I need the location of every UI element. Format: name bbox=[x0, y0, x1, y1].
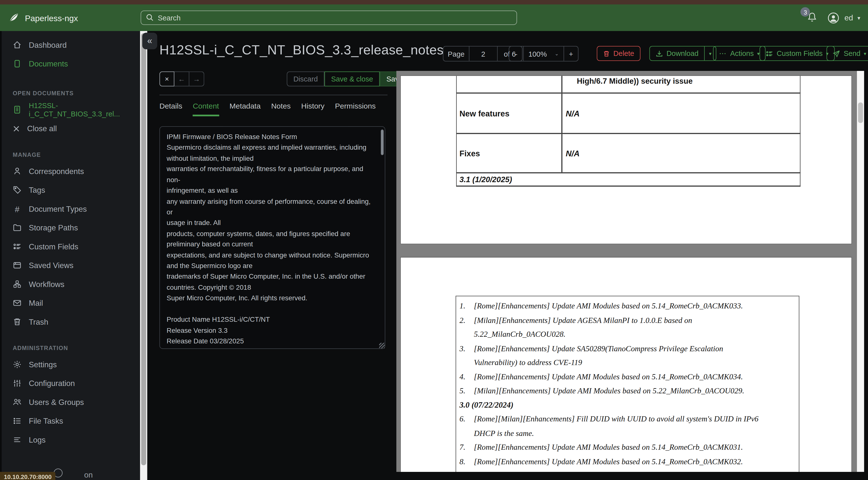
list-item: 7. [Rome][Enhancements] Update AMI Modul… bbox=[460, 440, 795, 454]
person-icon bbox=[13, 167, 22, 176]
sidebar-item-logs[interactable]: Logs bbox=[2, 430, 140, 449]
discard-button[interactable]: Discard bbox=[287, 71, 324, 86]
user-menu[interactable]: ed ▾ bbox=[827, 11, 860, 24]
custom-fields-label: Custom Fields bbox=[777, 49, 823, 58]
zoom-out-button[interactable]: - bbox=[509, 47, 523, 61]
zoom-in-button[interactable]: + bbox=[564, 47, 578, 61]
caret-down-icon: ▾ bbox=[709, 51, 712, 56]
list-item: 9. [Rome][Milan][Enhancements] For UsbBu… bbox=[460, 469, 795, 472]
trash-icon bbox=[13, 317, 22, 326]
list-item-text: [Milan][Enhancements] Update AMI Modules… bbox=[474, 384, 795, 398]
pdf-scrollbar-thumb[interactable] bbox=[858, 102, 863, 123]
tab-history[interactable]: History bbox=[301, 102, 324, 116]
sidebar-item-label: Mail bbox=[29, 299, 43, 307]
sidebar-item-documents[interactable]: Documents bbox=[2, 54, 140, 73]
sidebar-item-saved-views[interactable]: Saved Views bbox=[2, 256, 140, 275]
save-and-close-button[interactable]: Save & close bbox=[324, 71, 380, 86]
sidebar-item-configuration[interactable]: Configuration bbox=[2, 374, 140, 393]
list-item: 6. [Rome][Milan][Enhancements] Fill DUID… bbox=[460, 412, 795, 440]
list-item-text: [Rome][Milan][Enhancements] Fill DUID wi… bbox=[474, 412, 795, 426]
table-row: New features N/A bbox=[456, 93, 801, 134]
pdf-scrollbar[interactable] bbox=[857, 71, 864, 472]
send-icon bbox=[833, 50, 840, 57]
username: ed bbox=[844, 13, 853, 22]
sidebar-close-all[interactable]: Close all bbox=[2, 119, 140, 138]
browser-top-strip bbox=[0, 0, 868, 4]
zoom-control: - 100% ⌄ + bbox=[509, 46, 579, 62]
tab-metadata[interactable]: Metadata bbox=[229, 102, 261, 116]
sidebar-item-storage-paths[interactable]: Storage Paths bbox=[2, 218, 140, 237]
previous-document-button[interactable]: ← bbox=[175, 71, 189, 86]
table-row: Fixes N/A bbox=[456, 134, 801, 174]
close-icon bbox=[13, 125, 20, 132]
send-button[interactable]: Send ▾ bbox=[827, 46, 868, 61]
open-documents-header: OPEN DOCUMENTS bbox=[2, 90, 140, 96]
page-number-input[interactable]: 2 bbox=[469, 47, 497, 61]
sidebar-collapse-button[interactable]: « bbox=[142, 33, 157, 50]
documents-icon bbox=[13, 59, 22, 68]
tab-notes[interactable]: Notes bbox=[271, 102, 290, 116]
home-icon bbox=[13, 40, 22, 49]
notifications-button[interactable]: 3 bbox=[806, 10, 819, 25]
list-item-number: 4. bbox=[460, 370, 474, 384]
list-item-number: 8. bbox=[460, 454, 474, 469]
textarea-resize-grip[interactable] bbox=[379, 343, 385, 349]
sidebar-item-custom-fields[interactable]: Custom Fields bbox=[2, 237, 140, 256]
sidebar-item-tags[interactable]: Tags bbox=[2, 181, 140, 200]
sidebar-item-correspondents[interactable]: Correspondents bbox=[2, 162, 140, 181]
sidebar-item-label: Dashboard bbox=[29, 40, 67, 49]
document-nav-group: × ← → bbox=[159, 71, 204, 86]
list-item-text: Vulnerability) to address CVE-119 bbox=[474, 356, 795, 370]
close-document-button[interactable]: × bbox=[159, 71, 175, 86]
tab-permissions[interactable]: Permissions bbox=[335, 102, 376, 116]
task-list-icon bbox=[13, 417, 22, 425]
zoom-level-select[interactable]: 100% ⌄ bbox=[523, 47, 563, 61]
hash-icon: # bbox=[13, 204, 22, 213]
file-text-icon bbox=[13, 106, 22, 114]
next-document-button[interactable]: → bbox=[189, 71, 205, 86]
sidebar-item-users-groups[interactable]: Users & Groups bbox=[2, 393, 140, 412]
sidebar: Dashboard Documents OPEN DOCUMENTS H12SS… bbox=[0, 31, 140, 480]
tab-content[interactable]: Content bbox=[193, 102, 219, 116]
download-button[interactable]: Download ▾ bbox=[649, 46, 716, 61]
sliders-icon bbox=[13, 379, 22, 388]
sidebar-item-label: Storage Paths bbox=[29, 223, 78, 232]
list-item-number: 9. bbox=[460, 469, 474, 472]
chevron-down-icon: ▾ bbox=[858, 15, 860, 21]
trash-icon bbox=[603, 50, 610, 57]
list-item-text: [Rome][Enhancements] Update AMI Modules … bbox=[474, 370, 795, 384]
delete-button[interactable]: Delete bbox=[597, 46, 641, 61]
sidebar-item-document-types[interactable]: # Document Types bbox=[2, 200, 140, 218]
sidebar-open-document[interactable]: H12SSL-i_C_CT_NT_BIOS_3.3_rel... bbox=[2, 100, 140, 119]
sidebar-item-file-tasks[interactable]: File Tasks bbox=[2, 412, 140, 430]
manage-header: MANAGE bbox=[2, 151, 140, 158]
sidebar-item-label: Correspondents bbox=[29, 167, 84, 176]
saved-views-icon bbox=[13, 261, 22, 270]
list-item: 3. [Rome][Enhancements] Update SA50289(T… bbox=[460, 341, 795, 370]
release-notes-table: High/6.7 Middle)) security issue New fea… bbox=[456, 76, 801, 187]
table-cell-label: Fixes bbox=[460, 149, 480, 157]
content-textarea[interactable]: IPMI Firmware / BIOS Release Notes Form … bbox=[159, 126, 385, 349]
list-item-text: [Rome][Milan][Enhancements] For UsbBus-e… bbox=[474, 469, 795, 472]
list-item: 4. [Rome][Enhancements] Update AMI Modul… bbox=[460, 370, 795, 384]
page-label: Page bbox=[443, 47, 469, 61]
actions-button[interactable]: ⋯ Actions ▾ bbox=[713, 46, 766, 61]
sidebar-partial-item-label: on bbox=[84, 470, 93, 479]
textarea-scrollbar-thumb[interactable] bbox=[381, 130, 383, 155]
pdf-page-2: 1. [Rome][Enhancements] Update AMI Modul… bbox=[400, 257, 852, 472]
sidebar-item-workflows[interactable]: Workflows bbox=[2, 275, 140, 294]
list-item: 8. [Rome][Enhancements] Update AMI Modul… bbox=[460, 454, 795, 469]
sidebar-item-settings[interactable]: Settings bbox=[2, 355, 140, 374]
sidebar-scrollbar-thumb[interactable] bbox=[141, 33, 146, 465]
sidebar-item-dashboard[interactable]: Dashboard bbox=[2, 35, 140, 54]
sidebar-item-trash[interactable]: Trash bbox=[2, 312, 140, 331]
send-label: Send bbox=[844, 49, 860, 58]
custom-fields-button[interactable]: Custom Fields ▾ bbox=[760, 46, 835, 61]
sidebar-item-mail[interactable]: Mail bbox=[2, 294, 140, 312]
paperless-feather-logo-icon bbox=[8, 11, 20, 24]
table-row: 3.1 (1/20/2025) bbox=[456, 173, 801, 187]
sidebar-scrollbar[interactable] bbox=[140, 31, 147, 480]
tab-details[interactable]: Details bbox=[159, 102, 182, 116]
sidebar-item-label: Configuration bbox=[29, 379, 75, 388]
search-input[interactable] bbox=[141, 10, 517, 25]
